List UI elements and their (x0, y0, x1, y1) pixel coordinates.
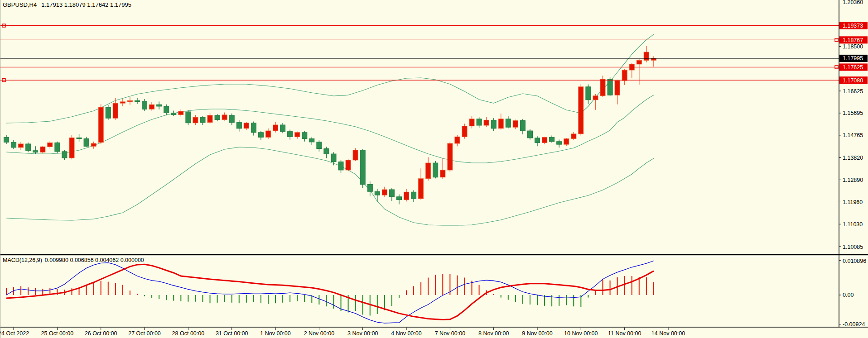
hline-price-label-text: 1.19373 (843, 23, 863, 29)
candle-body-down (251, 123, 256, 133)
price-axis[interactable]: 1.203601.185001.166251.156951.147651.138… (839, 0, 866, 328)
candle-body-down (375, 191, 380, 195)
candle-body-down (586, 87, 591, 100)
candle-body-up (69, 138, 74, 158)
time-tick-label: 4 Nov 00:00 (391, 330, 421, 337)
time-tick-label: 2 Nov 00:00 (304, 330, 334, 337)
candle-body-up (19, 144, 24, 148)
candle-body-down (477, 119, 482, 125)
candle-body-down (236, 123, 241, 129)
candle-body-up (542, 137, 547, 143)
candle-body-down (411, 192, 416, 199)
candle-body-up (440, 170, 445, 177)
candle-body-down (331, 154, 336, 162)
candle-body-up (113, 103, 118, 118)
hline-price-label: 1.19373 (839, 22, 868, 29)
price-tick-label: 1.14765 (843, 132, 863, 138)
candle-body-up (484, 120, 489, 125)
candle-body-up (651, 58, 656, 60)
candle-body-down (171, 113, 176, 115)
horizontal-line-objects[interactable] (0, 24, 839, 82)
candle-body-up (469, 119, 474, 126)
symbol-period-label: GBPUSD,H4 (3, 1, 37, 8)
time-tick-label: 24 Oct 2022 (0, 330, 29, 337)
price-tick-label: 1.11030 (843, 221, 863, 228)
candle-body-down (135, 100, 140, 101)
time-tick-label: 10 Nov 00:00 (564, 330, 598, 337)
time-axis[interactable]: 24 Oct 202225 Oct 00:0026 Oct 00:0027 Oc… (0, 328, 685, 337)
candle-body-up (593, 96, 598, 100)
ohlc-values-label: 1.17913 1.18079 1.17642 1.17995 (41, 1, 131, 8)
macd-panel (6, 261, 654, 324)
chart-title: GBPUSD,H41.17913 1.18079 1.17642 1.17995 (3, 1, 136, 8)
candle-body-down (309, 139, 314, 142)
candle-body-down (62, 152, 67, 158)
candle-body-down (258, 133, 263, 138)
candle-body-down (4, 137, 9, 142)
price-tick-label: 1.10085 (843, 244, 863, 250)
candle-body-up (273, 125, 278, 131)
price-tick-label: 1.11960 (843, 199, 863, 205)
candle-body-down (520, 121, 525, 131)
candle-body-up (346, 160, 351, 170)
candle-body-down (229, 115, 234, 123)
candle-body-up (91, 143, 96, 146)
candle-body-down (77, 138, 82, 138)
time-tick-label: 3 Nov 00:00 (347, 330, 378, 337)
bid-price-label-text: 1.17995 (843, 55, 863, 62)
candle-body-down (608, 79, 612, 95)
candle-body-up (615, 81, 620, 95)
time-tick-label: 25 Oct 00:00 (41, 330, 74, 337)
candle-body-down (557, 142, 562, 144)
hline-price-label: 1.18767 (839, 36, 868, 43)
candle-body-up (600, 79, 605, 96)
bollinger-lower-line (6, 147, 654, 225)
candle-body-up (419, 179, 424, 199)
candle-body-up (382, 190, 387, 195)
candle-body-down (324, 149, 329, 154)
time-tick-label: 11 Nov 00:00 (608, 330, 641, 337)
candle-body-up (637, 60, 641, 64)
macd-tick-label: 0.00 (843, 292, 854, 298)
candle-body-down (288, 132, 293, 137)
candle-body-down (280, 125, 285, 132)
chart-plot-area[interactable]: 1.203601.185001.166251.156951.147651.138… (0, 0, 868, 338)
candle-body-down (106, 107, 111, 118)
time-tick-label: 31 Oct 00:00 (216, 330, 248, 337)
macd-values-label: 0.009980 0.006856 0.004062 0.000000 (45, 257, 144, 263)
candle-body-down (55, 143, 60, 152)
time-tick-label: 8 Nov 00:00 (478, 330, 509, 337)
candle-body-down (506, 119, 511, 127)
time-tick-label: 14 Nov 00:00 (651, 330, 685, 337)
time-tick-label: 28 Oct 00:00 (172, 330, 205, 337)
candle-body-up (353, 150, 358, 160)
candle-body-down (528, 131, 533, 138)
candle-body-down (26, 144, 31, 151)
candle-body-down (157, 105, 162, 106)
price-tick-label: 1.15695 (843, 110, 863, 116)
candle-body-down (491, 120, 496, 128)
candle-body-up (455, 137, 460, 143)
hline-price-label-text: 1.17625 (843, 64, 863, 71)
bid-price-label: 1.17995 (839, 55, 868, 62)
macd-indicator-label: MACD(12,26,9)0.009980 0.006856 0.004062 … (3, 257, 147, 263)
candle-body-up (193, 117, 198, 123)
price-tick-label: 1.20360 (843, 0, 863, 5)
candle-body-down (33, 151, 38, 152)
candles (4, 46, 656, 205)
candle-body-up (149, 105, 154, 109)
candle-body-up (244, 123, 249, 129)
trading-chart-window: 1.203601.185001.166251.156951.147651.138… (0, 0, 868, 338)
candle-body-up (222, 115, 227, 120)
candle-body-down (186, 112, 191, 123)
candle-body-down (11, 142, 16, 148)
candle-body-up (207, 115, 212, 123)
price-tick-label: 1.18500 (843, 43, 863, 50)
candle-body-up (644, 52, 649, 60)
candle-body-down (397, 197, 402, 200)
candle-body-up (622, 70, 627, 81)
candle-body-down (302, 133, 307, 139)
time-tick-label: 9 Nov 00:00 (522, 330, 552, 337)
candle-body-down (142, 101, 147, 109)
candle-body-up (48, 143, 53, 147)
